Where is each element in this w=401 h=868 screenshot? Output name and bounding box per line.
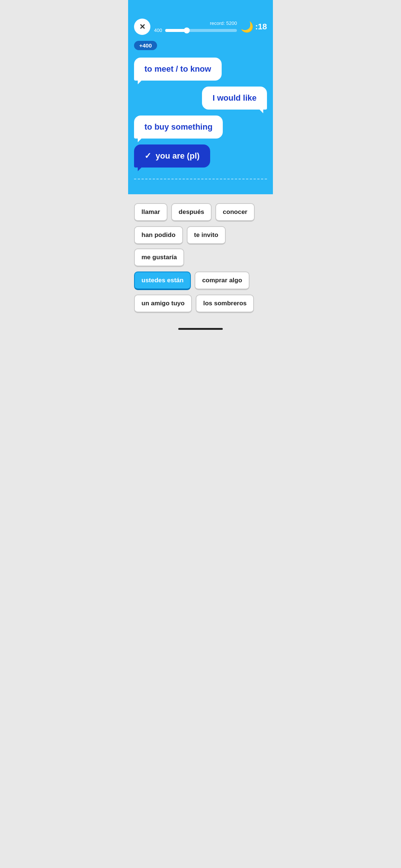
chat-area: to meet / to know I would like to buy so… (128, 50, 273, 175)
tile-row-3: ustedes están comprar algo (134, 272, 267, 290)
word-tiles-section: llamar después conocer han podido te inv… (128, 194, 273, 322)
tile-me-gustaria[interactable]: me gustaría (134, 248, 184, 267)
progress-container: record: 5200 400 (154, 20, 237, 33)
header: ✕ record: 5200 400 🌙 :18 (128, 0, 273, 39)
progress-bar-fill (165, 29, 187, 32)
tile-los-sombreros[interactable]: los sombreros (196, 295, 254, 313)
home-indicator (128, 322, 273, 333)
bubble-meet-know: to meet / to know (134, 58, 222, 81)
close-icon: ✕ (139, 22, 146, 31)
record-label: record: 5200 (210, 20, 237, 26)
progress-bar-wrapper: 400 (154, 27, 237, 33)
close-button[interactable]: ✕ (134, 19, 150, 35)
tile-row-4: un amigo tuyo los sombreros (134, 295, 267, 313)
home-bar (178, 328, 223, 330)
tile-conocer[interactable]: conocer (215, 203, 255, 222)
tile-row-1: llamar después conocer (134, 203, 267, 222)
tile-han-podido[interactable]: han podido (134, 226, 183, 245)
moon-icon: 🌙 (241, 21, 254, 33)
tile-llamar[interactable]: llamar (134, 203, 167, 222)
progress-score: 400 (154, 27, 162, 33)
bubble-you-are-text: you are (pl) (156, 151, 200, 161)
bubble-would-like: I would like (202, 87, 267, 110)
section-divider (134, 179, 267, 179)
progress-bar-track (165, 29, 237, 32)
bubble-would-like-text: I would like (212, 93, 257, 103)
bubble-buy-something: to buy something (134, 116, 223, 139)
tile-un-amigo-tuyo[interactable]: un amigo tuyo (134, 295, 192, 313)
tile-despues[interactable]: después (171, 203, 212, 222)
bonus-badge: +400 (134, 41, 157, 50)
tile-ustedes-estan[interactable]: ustedes están (134, 272, 191, 290)
tile-te-invito[interactable]: te invito (187, 226, 226, 245)
bubble-you-are: ✓ you are (pl) (134, 144, 210, 168)
bubble-buy-something-text: to buy something (144, 122, 212, 131)
top-section: ✕ record: 5200 400 🌙 :18 +400 to meet / … (128, 0, 273, 194)
tile-row-2: han podido te invito me gustaría (134, 226, 267, 267)
bubble-meet-know-text: to meet / to know (144, 64, 211, 74)
timer-section: 🌙 :18 (241, 21, 267, 33)
progress-bar-thumb (184, 27, 190, 33)
timer-text: :18 (255, 22, 267, 32)
checkmark-icon: ✓ (144, 151, 151, 161)
tile-comprar-algo[interactable]: comprar algo (195, 272, 250, 290)
